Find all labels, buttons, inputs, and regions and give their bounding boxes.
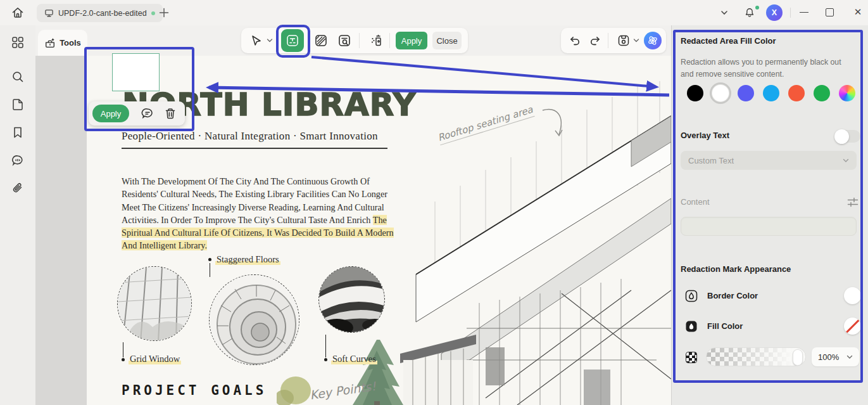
unsaved-dot bbox=[151, 11, 155, 15]
callout-dot bbox=[208, 258, 211, 261]
apps-grid-icon[interactable] bbox=[11, 35, 25, 49]
fill-color-swatches bbox=[687, 85, 855, 101]
fill-color-label: Fill Color bbox=[707, 321, 743, 331]
overlay-content-input[interactable] bbox=[681, 217, 857, 236]
callout-staggered-floors: Staggered Floors bbox=[215, 254, 280, 265]
opacity-value-dropdown[interactable]: 100% bbox=[812, 347, 859, 366]
monitor-icon bbox=[44, 8, 54, 18]
staggered-floors-image bbox=[209, 274, 299, 365]
opacity-icon bbox=[686, 352, 697, 363]
callout-grid-window: Grid Window bbox=[129, 354, 181, 364]
panel-description: Redaction allows you to permanently blac… bbox=[681, 56, 854, 80]
redaction-popup-toolbar: Apply bbox=[89, 101, 185, 125]
avatar[interactable]: X bbox=[766, 4, 783, 21]
overlay-text-toggle[interactable] bbox=[835, 130, 860, 143]
swatch-green[interactable] bbox=[814, 85, 830, 101]
callout-dot bbox=[122, 358, 125, 361]
opacity-slider[interactable] bbox=[706, 347, 806, 366]
attachment-icon[interactable] bbox=[11, 181, 25, 195]
overlay-text-label: Overlay Text bbox=[681, 131, 729, 140]
appearance-title: Redaction Mark Appearance bbox=[681, 264, 791, 274]
redaction-toolbar: Apply Close bbox=[241, 28, 468, 53]
tools-tab-label: Tools bbox=[60, 38, 81, 48]
search-icon[interactable] bbox=[11, 70, 25, 84]
save-chevron-icon[interactable] bbox=[633, 38, 639, 43]
updf-window: UPDF-2.0-cant-be-edited X ✕ bbox=[0, 0, 868, 405]
avatar-initial: X bbox=[772, 8, 777, 17]
titlebar: UPDF-2.0-cant-be-edited X ✕ bbox=[0, 0, 868, 25]
tab-title: UPDF-2.0-cant-be-edited bbox=[58, 9, 147, 18]
redact-area-tool-button[interactable] bbox=[281, 29, 304, 52]
swatch-white-selected[interactable] bbox=[712, 85, 729, 101]
comments-icon[interactable] bbox=[11, 153, 25, 167]
custom-text-dropdown[interactable]: Custom Text bbox=[681, 151, 857, 170]
close-button[interactable]: Close bbox=[432, 32, 462, 49]
border-color-swatch[interactable] bbox=[844, 287, 861, 304]
ai-orbit-icon bbox=[646, 34, 659, 47]
tools-tab[interactable]: Tools bbox=[38, 30, 87, 56]
apply-button[interactable]: Apply bbox=[396, 32, 427, 49]
toolbar-divider bbox=[359, 33, 360, 48]
home-button[interactable] bbox=[10, 5, 25, 20]
fill-color-icon bbox=[684, 319, 698, 333]
swatch-black[interactable] bbox=[687, 85, 703, 101]
titlebar-chevron-down-icon[interactable] bbox=[718, 6, 731, 19]
updf-ai-button[interactable] bbox=[644, 32, 662, 49]
swatch-blue[interactable] bbox=[738, 85, 754, 101]
cursor-tool-chevron-icon[interactable] bbox=[267, 38, 273, 43]
titlebar-divider bbox=[790, 8, 791, 18]
opacity-slider-knob[interactable] bbox=[793, 349, 803, 366]
undo-icon[interactable] bbox=[569, 34, 581, 47]
callout-line bbox=[123, 342, 123, 357]
custom-text-value: Custom Text bbox=[688, 156, 734, 165]
swatch-custom-color-picker[interactable] bbox=[839, 85, 855, 101]
page-thumbnails-icon[interactable] bbox=[11, 98, 25, 112]
notification-bell-icon[interactable] bbox=[743, 6, 756, 19]
toolbar-divider bbox=[389, 33, 390, 48]
callout-soft-curves: Soft Curves bbox=[331, 354, 377, 364]
popup-apply-label: Apply bbox=[101, 109, 122, 119]
toolbar-divider bbox=[608, 33, 608, 48]
close-button-label: Close bbox=[436, 36, 457, 46]
new-tab-button[interactable] bbox=[159, 8, 169, 18]
callout-dot bbox=[324, 358, 327, 361]
project-goals-heading: PROJECT GOALS bbox=[122, 383, 267, 398]
history-save-toolbar bbox=[561, 28, 666, 53]
callout-line bbox=[210, 263, 210, 277]
apply-button-label: Apply bbox=[401, 36, 422, 46]
popup-comment-icon[interactable] bbox=[141, 106, 154, 120]
grid-window-image bbox=[117, 266, 192, 341]
swatch-orange[interactable] bbox=[788, 85, 805, 101]
redaction-properties-panel: Redacted Area Fill Color Redaction allow… bbox=[671, 25, 868, 405]
redact-text-tool-icon[interactable] bbox=[313, 33, 329, 48]
toggle-knob bbox=[834, 129, 849, 144]
popup-apply-button[interactable]: Apply bbox=[92, 105, 129, 122]
close-window-button[interactable]: ✕ bbox=[852, 6, 864, 18]
toolbox-icon bbox=[44, 37, 56, 49]
document-tab[interactable]: UPDF-2.0-cant-be-edited bbox=[37, 4, 163, 22]
minimize-button[interactable] bbox=[800, 12, 808, 13]
sketch-annotation-arrow bbox=[538, 106, 569, 145]
popup-delete-icon[interactable] bbox=[163, 106, 177, 120]
cleaner-tool-icon[interactable] bbox=[368, 32, 384, 49]
border-color-label: Border Color bbox=[707, 291, 758, 300]
border-color-icon bbox=[684, 289, 698, 303]
redo-icon[interactable] bbox=[589, 34, 601, 47]
panel-title: Redacted Area Fill Color bbox=[681, 36, 776, 46]
soft-curves-image bbox=[318, 266, 385, 333]
bookmark-icon[interactable] bbox=[11, 125, 25, 139]
swatch-cyan[interactable] bbox=[763, 85, 779, 101]
left-sidebar bbox=[0, 25, 35, 405]
search-redact-tool-icon[interactable] bbox=[337, 33, 352, 48]
fill-color-swatch-none[interactable] bbox=[844, 318, 861, 335]
redact-area-tool-icon bbox=[286, 34, 299, 48]
no-color-slash bbox=[845, 319, 860, 334]
content-settings-icon[interactable] bbox=[847, 196, 859, 208]
maximize-button[interactable] bbox=[826, 8, 834, 16]
cursor-tool-icon[interactable] bbox=[250, 34, 263, 47]
chevron-down-icon bbox=[843, 158, 849, 163]
save-icon[interactable] bbox=[617, 34, 631, 48]
redaction-area-rect[interactable] bbox=[112, 53, 160, 91]
callout-line bbox=[325, 335, 326, 357]
content-label: Content bbox=[681, 197, 710, 207]
